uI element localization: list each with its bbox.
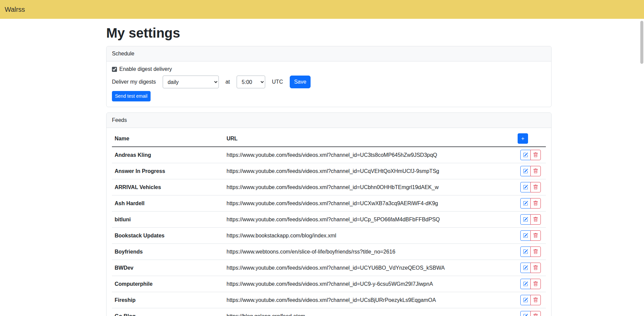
feed-name: Ash Hardell bbox=[112, 195, 224, 212]
column-header-url: URL bbox=[224, 131, 515, 147]
feeds-card: Feeds Name URL + Andreas Kling https://w… bbox=[106, 112, 552, 316]
feed-url: https://www.webtoons.com/en/slice-of-lif… bbox=[224, 244, 515, 260]
delete-feed-button[interactable] bbox=[530, 166, 541, 176]
delete-feed-button[interactable] bbox=[530, 150, 541, 160]
enable-digest-label: Enable digest delivery bbox=[119, 66, 172, 72]
pencil-icon bbox=[523, 249, 528, 254]
send-test-email-button[interactable]: Send test email bbox=[112, 91, 151, 101]
edit-feed-button[interactable] bbox=[520, 166, 531, 176]
feed-actions bbox=[515, 308, 546, 316]
edit-feed-button[interactable] bbox=[520, 150, 531, 160]
feed-actions bbox=[515, 212, 546, 228]
delete-feed-button[interactable] bbox=[530, 295, 541, 305]
table-row: ARRIVAL Vehicles https://www.youtube.com… bbox=[112, 179, 546, 195]
delete-feed-button[interactable] bbox=[530, 182, 541, 192]
schedule-card-header: Schedule bbox=[107, 46, 551, 61]
feed-actions bbox=[515, 195, 546, 212]
feed-actions-group bbox=[520, 166, 541, 176]
add-feed-button[interactable]: + bbox=[518, 133, 528, 144]
feed-actions-group bbox=[520, 311, 541, 316]
page-title: My settings bbox=[106, 26, 552, 41]
feed-url: https://www.youtube.com/feeds/videos.xml… bbox=[224, 276, 515, 292]
trash-icon bbox=[533, 169, 538, 174]
edit-feed-button[interactable] bbox=[520, 182, 531, 192]
feed-actions-group bbox=[520, 295, 541, 305]
pencil-icon bbox=[523, 281, 528, 286]
table-row: Go Blog https://blog.golang.org/feed.ato… bbox=[112, 308, 546, 316]
delete-feed-button[interactable] bbox=[530, 246, 541, 257]
trash-icon bbox=[533, 249, 538, 254]
delete-feed-button[interactable] bbox=[530, 263, 541, 273]
edit-feed-button[interactable] bbox=[520, 246, 531, 257]
digest-schedule-row: Deliver my digests daily at 5:00 UTC Sav… bbox=[112, 76, 546, 88]
pencil-icon bbox=[523, 217, 528, 222]
delete-feed-button[interactable] bbox=[530, 311, 541, 316]
feed-url: https://www.youtube.com/feeds/videos.xml… bbox=[224, 212, 515, 228]
navbar: Walrss bbox=[0, 0, 644, 19]
frequency-select[interactable]: daily bbox=[163, 76, 219, 88]
time-select[interactable]: 5:00 bbox=[237, 76, 265, 88]
trash-icon bbox=[533, 314, 538, 316]
pencil-icon bbox=[523, 185, 528, 190]
feeds-table: Name URL + Andreas Kling https://www.you… bbox=[112, 131, 546, 316]
trash-icon bbox=[533, 233, 538, 238]
feed-actions-group bbox=[520, 230, 541, 241]
feed-actions bbox=[515, 260, 546, 276]
enable-digest-checkbox[interactable] bbox=[112, 67, 117, 72]
feed-url: https://www.youtube.com/feeds/videos.xml… bbox=[224, 195, 515, 212]
table-row: BWDev https://www.youtube.com/feeds/vide… bbox=[112, 260, 546, 276]
trash-icon bbox=[533, 201, 538, 206]
table-row: Boyfriends https://www.webtoons.com/en/s… bbox=[112, 244, 546, 260]
navbar-brand[interactable]: Walrss bbox=[5, 6, 25, 13]
feed-name: BWDev bbox=[112, 260, 224, 276]
feed-url: https://www.youtube.com/feeds/videos.xml… bbox=[224, 260, 515, 276]
save-button[interactable]: Save bbox=[290, 76, 311, 88]
feed-name: ARRIVAL Vehicles bbox=[112, 179, 224, 195]
edit-feed-button[interactable] bbox=[520, 279, 531, 289]
feed-actions bbox=[515, 147, 546, 163]
scrollbar-thumb[interactable] bbox=[640, 21, 643, 64]
trash-icon bbox=[533, 298, 538, 303]
feed-actions bbox=[515, 163, 546, 179]
feed-url: https://blog.golang.org/feed.atom bbox=[224, 308, 515, 316]
at-label: at bbox=[226, 79, 230, 85]
edit-feed-button[interactable] bbox=[520, 295, 531, 305]
feed-actions-group bbox=[520, 246, 541, 257]
edit-feed-button[interactable] bbox=[520, 311, 531, 316]
feeds-table-body: Andreas Kling https://www.youtube.com/fe… bbox=[112, 147, 546, 316]
feed-actions-group bbox=[520, 279, 541, 289]
main-container: My settings Schedule Enable digest deliv… bbox=[106, 26, 552, 316]
column-header-name: Name bbox=[112, 131, 224, 147]
feed-url: https://www.youtube.com/feeds/videos.xml… bbox=[224, 147, 515, 163]
feed-name: Boyfriends bbox=[112, 244, 224, 260]
table-row: Bookstack Updates https://www.bookstacka… bbox=[112, 228, 546, 244]
pencil-icon bbox=[523, 314, 528, 316]
edit-feed-button[interactable] bbox=[520, 214, 531, 225]
feed-actions-group bbox=[520, 198, 541, 209]
table-row: bitluni https://www.youtube.com/feeds/vi… bbox=[112, 212, 546, 228]
edit-feed-button[interactable] bbox=[520, 198, 531, 209]
table-row: Ash Hardell https://www.youtube.com/feed… bbox=[112, 195, 546, 212]
delete-feed-button[interactable] bbox=[530, 214, 541, 225]
feeds-card-body: Name URL + Andreas Kling https://www.you… bbox=[107, 128, 551, 316]
feeds-card-header: Feeds bbox=[107, 113, 551, 128]
utc-label: UTC bbox=[272, 79, 283, 85]
edit-feed-button[interactable] bbox=[520, 263, 531, 273]
feed-actions bbox=[515, 244, 546, 260]
feed-actions-group bbox=[520, 182, 541, 192]
trash-icon bbox=[533, 217, 538, 222]
schedule-card-body: Enable digest delivery Deliver my digest… bbox=[107, 61, 551, 107]
delete-feed-button[interactable] bbox=[530, 279, 541, 289]
feed-actions-group bbox=[520, 214, 541, 225]
feed-actions-group bbox=[520, 150, 541, 160]
edit-feed-button[interactable] bbox=[520, 230, 531, 241]
feed-url: https://www.youtube.com/feeds/videos.xml… bbox=[224, 163, 515, 179]
table-row: Answer In Progress https://www.youtube.c… bbox=[112, 163, 546, 179]
trash-icon bbox=[533, 281, 538, 286]
trash-icon bbox=[533, 185, 538, 190]
trash-icon bbox=[533, 265, 538, 270]
pencil-icon bbox=[523, 152, 528, 157]
feed-name: bitluni bbox=[112, 212, 224, 228]
delete-feed-button[interactable] bbox=[530, 230, 541, 241]
delete-feed-button[interactable] bbox=[530, 198, 541, 209]
